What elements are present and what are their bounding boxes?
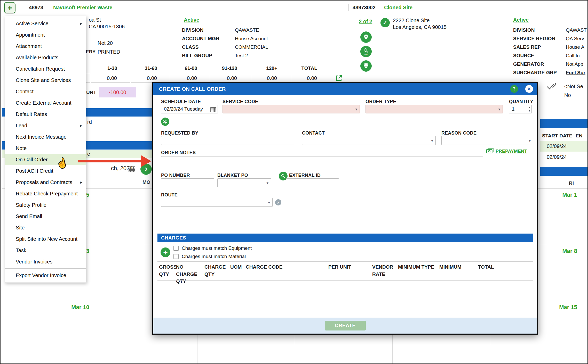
menu-item-note[interactable]: Note [5, 143, 86, 154]
menu-item-label: Proposals and Contracts [16, 177, 72, 188]
menu-item-cancellation-request[interactable]: Cancellation Request [5, 63, 86, 75]
chevron-down-icon: ▾ [431, 139, 433, 143]
create-button[interactable]: CREATE [325, 321, 366, 330]
menu-item-send-email[interactable]: Send Email [5, 211, 86, 222]
menu-item-appointment[interactable]: Appointment [5, 29, 86, 40]
charges-column-header: GROSS QTY [159, 263, 175, 278]
schedule-date-label: SCHEDULE DATE [161, 99, 201, 104]
checkbox-label: Charges must match Material [182, 254, 246, 259]
menu-item-safety-profile[interactable]: Safety Profile [5, 199, 86, 211]
charges-match-material-row: Charges must match Material [173, 253, 246, 260]
menu-item-label: Available Products [16, 52, 58, 63]
quantity-stepper[interactable]: 1 ▴ ▾ [509, 105, 532, 113]
route-select[interactable]: ▾ [161, 198, 273, 207]
context-menu: Active Service▸AppointmentAttachmentAvai… [5, 16, 86, 283]
menu-item-post-ach-credit[interactable]: Post ACH Credit [5, 165, 86, 177]
menu-item-export-vendor-invoice[interactable]: Export Vendor Invoice [5, 270, 86, 281]
menu-item-label: Active Service [16, 18, 49, 29]
order-type-label: ORDER TYPE [365, 99, 396, 104]
charges-column-header: UOM [230, 263, 245, 271]
table-divider [157, 280, 533, 281]
service-code-select[interactable]: ▾ [223, 105, 360, 113]
menu-item-label: Lead [16, 120, 27, 131]
contact-select[interactable]: ▾ [302, 136, 436, 145]
menu-separator [5, 268, 86, 269]
po-number-input[interactable] [161, 178, 214, 187]
add-charge-button[interactable]: + [161, 247, 170, 257]
prepayment-link[interactable]: PREPAYMENT [486, 148, 527, 155]
menu-item-on-call-order[interactable]: On Call Order [5, 154, 86, 165]
order-notes-textarea[interactable] [161, 156, 483, 168]
submenu-arrow-icon: ▸ [80, 177, 82, 188]
quantity-value: 1 [512, 106, 515, 112]
arrow-head [141, 155, 151, 167]
stepper-arrows[interactable]: ▴ ▾ [529, 106, 530, 112]
menu-item-vendor-invoices[interactable]: Vendor Invoices [5, 256, 86, 267]
text-fragment: RI [569, 180, 574, 186]
menu-item-lead[interactable]: Lead▸ [5, 120, 86, 131]
menu-item-label: Post ACH Credit [16, 165, 53, 177]
external-id-label: EXTERNAL ID [289, 173, 321, 178]
menu-item-label: Cancellation Request [16, 63, 65, 75]
calendar-gridline-vertical [587, 188, 588, 364]
menu-item-contact[interactable]: Contact [5, 86, 86, 97]
menu-item-proposals-and-contracts[interactable]: Proposals and Contracts▸ [5, 177, 86, 188]
menu-item-available-products[interactable]: Available Products [5, 52, 86, 63]
charges-column-header: PER UNIT [328, 263, 357, 271]
menu-item-label: Task [16, 245, 26, 256]
gear-icon[interactable] [161, 118, 169, 126]
external-id-input[interactable] [286, 178, 339, 187]
close-glyph: × [528, 86, 531, 92]
schedule-date-input[interactable]: 02/20/24 Tuesday [161, 105, 218, 113]
chevron-down-icon: ▾ [498, 107, 500, 111]
charges-column-header: MINIMUM TYPE [398, 263, 437, 271]
menu-item-label: Rebate Check Prepayment [16, 188, 78, 199]
schedule-date-value: 02/20/24 Tuesday [164, 106, 203, 112]
arrow-down-icon[interactable]: ▾ [529, 109, 530, 112]
arrow-up-icon[interactable]: ▴ [529, 106, 530, 109]
charges-match-equipment-row: Charges must match Equipment [173, 245, 252, 252]
help-icon[interactable]: ? [510, 85, 518, 93]
menu-item-task[interactable]: Task [5, 245, 86, 256]
menu-item-label: Note [16, 143, 27, 154]
calendar-date: Mar 8 [544, 248, 577, 254]
charges-column-header: CHARGE QTY [204, 263, 225, 278]
menu-item-label: Split Site into New Account [16, 233, 77, 245]
menu-item-next-invoice-message[interactable]: Next Invoice Message [5, 131, 86, 143]
calendar-icon[interactable] [210, 106, 216, 115]
menu-item-label: Default Rates [16, 109, 47, 120]
modal-titlebar: CREATE ON CALL ORDER ? × [153, 83, 537, 95]
menu-item-label: Create External Account [16, 97, 71, 109]
menu-item-label: Clone Site and Services [16, 75, 71, 86]
create-on-call-order-modal: CREATE ON CALL ORDER ? × SCHEDULE DATE 0… [152, 82, 538, 335]
close-icon[interactable]: × [525, 85, 533, 93]
checkbox-material[interactable] [173, 254, 179, 259]
menu-item-create-external-account[interactable]: Create External Account [5, 97, 86, 109]
po-number-label: PO NUMBER [161, 173, 190, 178]
menu-item-label: Attachment [16, 40, 42, 52]
route-clear-icon[interactable]: × [275, 199, 281, 205]
menu-item-split-site-into-new-account[interactable]: Split Site into New Account [5, 233, 86, 245]
calendar-date: Mar 10 [56, 304, 89, 311]
charges-columns: GROSS QTYNO CHARGE QTYCHARGE QTYUOMCHARG… [153, 263, 537, 280]
menu-item-site[interactable]: Site [5, 222, 86, 233]
menu-item-attachment[interactable]: Attachment [5, 40, 86, 52]
checkbox-equipment[interactable] [173, 246, 179, 251]
requested-by-input[interactable] [161, 136, 295, 145]
menu-item-default-rates[interactable]: Default Rates [5, 109, 86, 120]
calendar-gridline-horizontal [2, 357, 587, 357]
clear-glyph: × [277, 200, 280, 205]
menu-item-rebate-check-prepayment[interactable]: Rebate Check Prepayment [5, 188, 86, 199]
order-type-select[interactable]: ▾ [365, 105, 503, 113]
submenu-arrow-icon: ▸ [80, 120, 82, 131]
quantity-label: QUANTITY [509, 99, 533, 104]
blanket-po-select[interactable]: ▾ [217, 178, 271, 187]
calendar-date: Mar 15 [544, 304, 577, 311]
reason-code-select[interactable]: ▾ [441, 136, 533, 145]
menu-item-clone-site-and-services[interactable]: Clone Site and Services [5, 75, 86, 86]
chevron-down-icon: ▾ [529, 139, 531, 143]
menu-item-label: On Call Order [16, 154, 47, 165]
service-code-label: SERVICE CODE [223, 99, 258, 104]
plus-icon: + [163, 248, 168, 257]
menu-item-active-service[interactable]: Active Service▸ [5, 18, 86, 29]
